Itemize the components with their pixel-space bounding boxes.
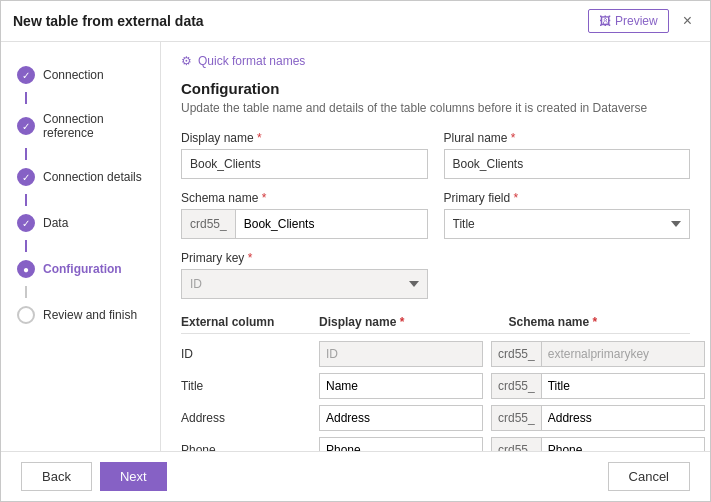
sidebar-label-connection-details: Connection details <box>43 170 142 184</box>
col-schema-prefix-1: crd55_ <box>492 374 542 398</box>
dialog-footer: Back Next Cancel <box>1 451 710 501</box>
step-connector-3 <box>25 194 27 206</box>
col-external-1: Title <box>181 379 311 393</box>
col-schema-wrapper-3: crd55_ <box>491 437 705 451</box>
section-description: Update the table name and details of the… <box>181 101 690 115</box>
sidebar-label-connection: Connection <box>43 68 104 82</box>
primary-key-select[interactable]: ID <box>181 269 428 299</box>
sidebar-label-configuration: Configuration <box>43 262 122 276</box>
table-row: Address crd55_ <box>181 402 690 434</box>
col-header-external: External column <box>181 315 311 329</box>
quick-format-icon: ⚙ <box>181 54 192 68</box>
dialog-body: Connection Connection reference Connecti… <box>1 42 710 451</box>
plural-name-input[interactable] <box>444 149 691 179</box>
sidebar-item-connection-details[interactable]: Connection details <box>1 160 160 194</box>
columns-table-header: External column Display name Schema name <box>181 311 690 334</box>
col-schema-wrapper-2: crd55_ <box>491 405 705 431</box>
preview-button[interactable]: 🖼 Preview <box>588 9 669 33</box>
step-indicator-connection-reference <box>17 117 35 135</box>
form-row-names: Display name Plural name <box>181 131 690 179</box>
step-indicator-configuration: ● <box>17 260 35 278</box>
schema-name-label: Schema name <box>181 191 428 205</box>
col-external-2: Address <box>181 411 311 425</box>
quick-format-label: Quick format names <box>198 54 305 68</box>
step-indicator-connection-details <box>17 168 35 186</box>
col-schema-input-0[interactable] <box>542 342 704 366</box>
footer-left: Back Next <box>21 462 167 491</box>
sidebar-item-configuration[interactable]: ● Configuration <box>1 252 160 286</box>
form-group-primary-field: Primary field Title <box>444 191 691 239</box>
cancel-button[interactable]: Cancel <box>608 462 690 491</box>
back-button[interactable]: Back <box>21 462 92 491</box>
col-schema-wrapper-1: crd55_ <box>491 373 705 399</box>
close-button[interactable]: × <box>677 10 698 32</box>
step-connector-2 <box>25 148 27 160</box>
display-name-label: Display name <box>181 131 428 145</box>
schema-name-input[interactable] <box>236 210 427 238</box>
col-display-input-2[interactable] <box>319 405 483 431</box>
col-schema-prefix-2: crd55_ <box>492 406 542 430</box>
col-external-3: Phone <box>181 443 311 451</box>
step-indicator-review-finish <box>17 306 35 324</box>
col-schema-prefix-3: crd55_ <box>492 438 542 451</box>
preview-icon: 🖼 <box>599 14 611 28</box>
sidebar-label-connection-reference: Connection reference <box>43 112 144 140</box>
sidebar-item-data[interactable]: Data <box>1 206 160 240</box>
next-button[interactable]: Next <box>100 462 167 491</box>
table-row: Title crd55_ <box>181 370 690 402</box>
dialog-header: New table from external data 🖼 Preview × <box>1 1 710 42</box>
col-display-input-0[interactable] <box>319 341 483 367</box>
dialog-title: New table from external data <box>13 13 204 29</box>
step-connector-1 <box>25 92 27 104</box>
step-connector-4 <box>25 240 27 252</box>
primary-field-select[interactable]: Title <box>444 209 691 239</box>
col-schema-prefix-0: crd55_ <box>492 342 542 366</box>
plural-name-label: Plural name <box>444 131 691 145</box>
col-schema-input-3[interactable] <box>542 438 704 451</box>
form-group-primary-key: Primary key ID <box>181 251 428 299</box>
schema-name-input-wrapper: crd55_ <box>181 209 428 239</box>
form-row-schema: Schema name crd55_ Primary field Title <box>181 191 690 239</box>
schema-prefix: crd55_ <box>182 210 236 238</box>
form-group-display-name: Display name <box>181 131 428 179</box>
table-row: Phone crd55_ <box>181 434 690 451</box>
col-external-0: ID <box>181 347 311 361</box>
header-right: 🖼 Preview × <box>588 9 698 33</box>
col-display-input-1[interactable] <box>319 373 483 399</box>
form-group-empty <box>444 251 691 299</box>
col-schema-input-1[interactable] <box>542 374 704 398</box>
form-group-schema-name: Schema name crd55_ <box>181 191 428 239</box>
sidebar: Connection Connection reference Connecti… <box>1 42 161 451</box>
main-content: ⚙ Quick format names Configuration Updat… <box>161 42 710 451</box>
col-header-schema: Schema name <box>509 315 691 329</box>
form-row-primary-key: Primary key ID <box>181 251 690 299</box>
col-display-input-3[interactable] <box>319 437 483 451</box>
sidebar-item-connection-reference[interactable]: Connection reference <box>1 104 160 148</box>
table-row: ID crd55_ <box>181 338 690 370</box>
footer-right: Cancel <box>608 462 690 491</box>
form-group-plural-name: Plural name <box>444 131 691 179</box>
sidebar-label-data: Data <box>43 216 68 230</box>
display-name-input[interactable] <box>181 149 428 179</box>
quick-format-bar[interactable]: ⚙ Quick format names <box>181 54 690 68</box>
sidebar-item-review-finish[interactable]: Review and finish <box>1 298 160 332</box>
col-schema-input-2[interactable] <box>542 406 704 430</box>
sidebar-item-connection[interactable]: Connection <box>1 58 160 92</box>
section-title: Configuration <box>181 80 690 97</box>
step-indicator-data <box>17 214 35 232</box>
primary-key-label: Primary key <box>181 251 428 265</box>
col-schema-wrapper-0: crd55_ <box>491 341 705 367</box>
step-indicator-connection <box>17 66 35 84</box>
columns-table: External column Display name Schema name… <box>181 311 690 451</box>
step-connector-5 <box>25 286 27 298</box>
primary-field-label: Primary field <box>444 191 691 205</box>
sidebar-label-review-finish: Review and finish <box>43 308 137 322</box>
col-header-display: Display name <box>319 315 501 329</box>
dialog: New table from external data 🖼 Preview ×… <box>0 0 711 502</box>
